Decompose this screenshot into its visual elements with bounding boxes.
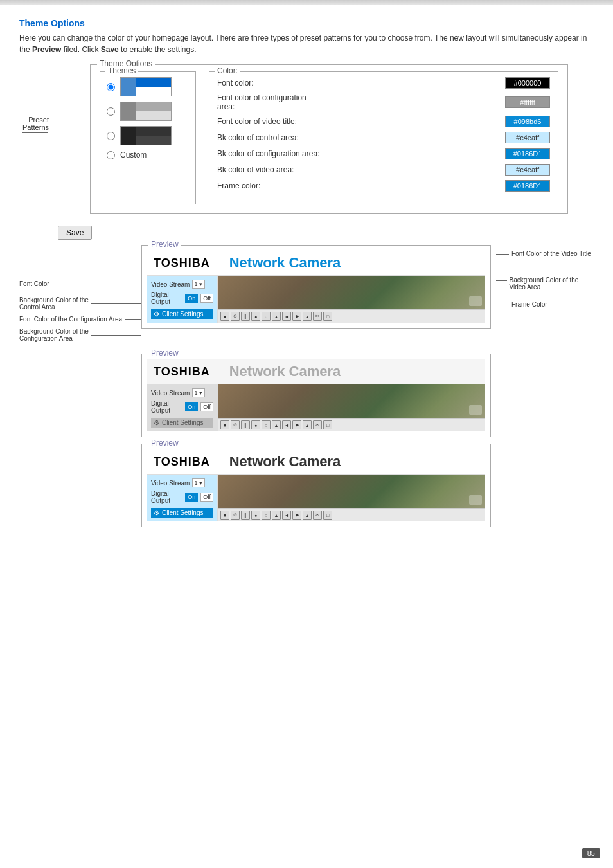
prev-tool-5[interactable]: ○ [262,312,271,321]
themes-col: Themes [100,71,196,204]
prev3-tool-4[interactable]: ● [251,511,260,520]
prev3-tool-11[interactable]: □ [323,511,332,520]
prev-digital-output-row-3: Digital Output On Off [151,490,213,504]
prev2-tool-11[interactable]: □ [323,420,332,429]
color-row-6: Bk color of video area: #c4eaff [217,164,550,176]
theme-radio-custom[interactable] [107,151,115,159]
prev-video-img-3 [218,475,485,508]
prev-tool-9[interactable]: ▲ [303,312,312,321]
prev3-tool-7[interactable]: ◄ [282,511,291,520]
prev3-tool-9[interactable]: ▲ [303,511,312,520]
prev-tool-10[interactable]: ✂ [313,312,322,321]
prev-tool-3[interactable]: ‖ [241,312,250,321]
prev3-tool-5[interactable]: ○ [262,511,271,520]
color-row-7: Frame color: #0186D1 [217,180,550,192]
prev2-tool-8[interactable]: ▶ [292,420,301,429]
prev-client-settings-3[interactable]: ⚙ Client Settings [151,508,213,518]
prev-tool-6[interactable]: ▲ [272,312,281,321]
ann-font-color: Font Color [19,280,141,287]
preset-patterns-label: Preset Patterns [19,64,51,133]
prev-client-settings-2[interactable]: ⚙ Client Settings [151,418,213,428]
prev2-tool-10[interactable]: ✂ [313,420,322,429]
save-area: Save [58,226,594,240]
prev-tool-4[interactable]: ● [251,312,260,321]
prev-tool-7[interactable]: ◄ [282,312,291,321]
prev-sidebar-3: Video Stream 1 ▾ Digital Output On Off ⚙ [147,475,218,521]
preview-label-1: Preview [148,240,181,249]
prev-video-area-3: ■ ⊙ ‖ ● ○ ▲ ◄ ▶ ▲ ✂ [218,475,485,521]
prev3-tool-6[interactable]: ▲ [272,511,281,520]
page: Theme Options Here you can change the co… [0,0,613,868]
prev-video-stream-select-2[interactable]: 1 ▾ [192,388,205,397]
prev-btn-on-1[interactable]: On [185,294,198,303]
prev2-tool-5[interactable]: ○ [262,420,271,429]
page-number: 85 [582,848,600,858]
prev3-tool-8[interactable]: ▶ [292,511,301,520]
ann-frame-color: Frame Color [496,301,594,308]
prev-tool-2[interactable]: ⊙ [231,312,240,321]
prev-btn-on-2[interactable]: On [185,402,198,411]
prev-btn-off-2[interactable]: Off [200,402,213,411]
prev-video-stream-label-3: Video Stream [151,480,190,487]
prev-body-2: Video Stream 1 ▾ Digital Output On Off ⚙ [147,384,485,431]
color-col-label: Color: [215,66,240,75]
prev3-tool-3[interactable]: ‖ [241,511,250,520]
prev-video-stream-label-2: Video Stream [151,390,190,397]
preview-label-2: Preview [148,348,181,357]
custom-option[interactable]: Custom [107,150,189,159]
theme-radio-2[interactable] [107,107,115,116]
theme-option-1[interactable] [107,77,189,96]
prev-video-stream-select-3[interactable]: 1 ▾ [192,478,205,487]
color-badge-7[interactable]: #0186D1 [505,180,550,192]
prev-video-stream-label-1: Video Stream [151,281,190,288]
prev-tool-1[interactable]: ■ [220,312,229,321]
prev2-tool-4[interactable]: ● [251,420,260,429]
color-badge-1[interactable]: #000000 [505,77,550,89]
prev-btn-off-3[interactable]: Off [200,493,213,502]
prev-header-3: TOSHIBA Network Camera [147,449,485,475]
prev-btn-on-3[interactable]: On [185,493,198,502]
theme-option-2[interactable] [107,102,189,121]
prev-gear-icon-2: ⚙ [154,419,159,426]
prev-tool-8[interactable]: ▶ [292,312,301,321]
prev-sidebar-2: Video Stream 1 ▾ Digital Output On Off ⚙ [147,384,218,431]
ann-bg-control-label: Background Color of theControl Area [19,296,89,311]
prev3-tool-10[interactable]: ✂ [313,511,322,520]
color-badge-4[interactable]: #c4eaff [505,132,550,143]
tp-right-2 [136,102,171,120]
prev2-tool-1[interactable]: ■ [220,420,229,429]
color-badge-6[interactable]: #c4eaff [505,164,550,176]
color-row-1: Font color: #000000 [217,77,550,89]
prev-tool-11[interactable]: □ [323,312,332,321]
prev2-tool-2[interactable]: ⊙ [231,420,240,429]
ann-bg-control: Background Color of theControl Area [19,296,141,311]
color-row-4: Bk color of control area: #c4eaff [217,132,550,143]
desc-text3: to enable the settings. [119,45,197,54]
color-badge-2[interactable]: #ffffff [505,96,550,108]
prev-client-settings-1[interactable]: ⚙ Client Settings [151,309,213,319]
theme-radio-1[interactable] [107,83,115,91]
preview-inner-2: TOSHIBA Network Camera Video Stream 1 ▾ [147,359,485,431]
preview-inner-1: TOSHIBA Network Camera Video Stream 1 ▾ [147,251,485,323]
prev2-tool-7[interactable]: ◄ [282,420,291,429]
prev-gear-icon-3: ⚙ [154,509,159,516]
prev2-tool-3[interactable]: ‖ [241,420,250,429]
prev2-tool-6[interactable]: ▲ [272,420,281,429]
color-badge-5[interactable]: #0186D1 [505,148,550,159]
prev2-tool-9[interactable]: ▲ [303,420,312,429]
prev3-tool-2[interactable]: ⊙ [231,511,240,520]
prev-video-area-2: ■ ⊙ ‖ ● ○ ▲ ◄ ▶ ▲ ✂ [218,384,485,431]
prev-video-stream-select-1[interactable]: 1 ▾ [192,280,205,289]
ann-font-config-label: Font Color of the Configuration Area [19,316,122,323]
color-badge-3[interactable]: #098bd6 [505,116,550,127]
prev3-tool-1[interactable]: ■ [220,511,229,520]
prev-client-settings-label-2: Client Settings [162,419,203,426]
main-content: Theme Options Here you can change the co… [19,18,594,527]
save-button[interactable]: Save [58,226,92,240]
desc-preview-bold: Preview [32,45,61,54]
theme-radio-3[interactable] [107,132,115,140]
theme-option-3[interactable] [107,126,189,145]
prev-body-3: Video Stream 1 ▾ Digital Output On Off ⚙ [147,475,485,521]
prev-btn-off-1[interactable]: Off [200,294,213,303]
tp-right-3 [136,127,171,145]
